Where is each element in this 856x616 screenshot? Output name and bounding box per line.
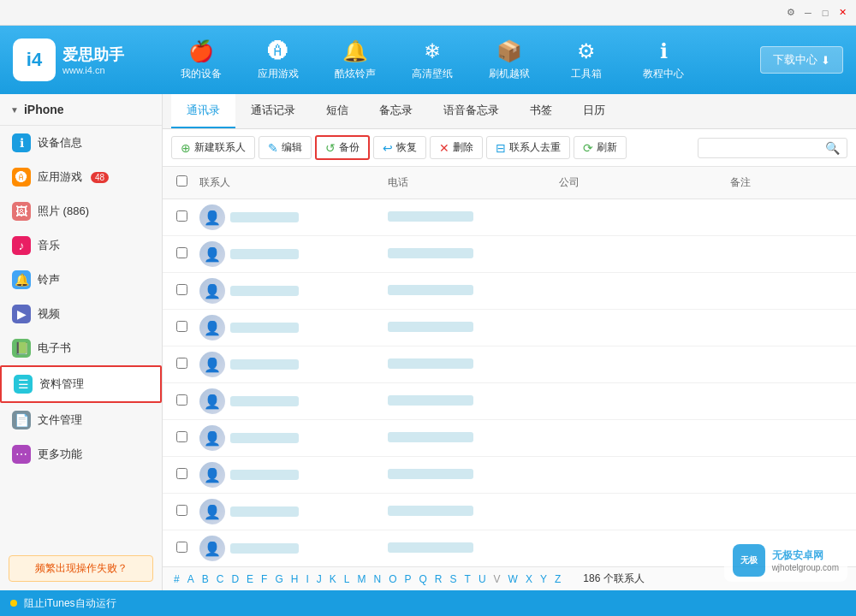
watermark-text: 无极安卓网 wjhotelgroup.com	[772, 548, 839, 572]
index-t[interactable]: T	[462, 572, 473, 586]
avatar: 👤	[199, 388, 225, 414]
export-button[interactable]: ⊟ 联系人去重	[486, 136, 570, 159]
edit-button[interactable]: ✎ 编辑	[259, 136, 312, 159]
row-checkbox[interactable]	[163, 500, 193, 524]
sidebar-item-music[interactable]: ♪ 音乐	[0, 228, 162, 263]
nav-tab-my-device[interactable]: 🍎 我的设备	[163, 26, 240, 94]
nav-tab-ringtones[interactable]: 🔔 酷炫铃声	[317, 26, 394, 94]
edit-icon: ✎	[268, 141, 278, 155]
index-n[interactable]: N	[371, 572, 383, 586]
settings-icon[interactable]: ⚙	[784, 6, 798, 20]
tab-notes[interactable]: 备忘录	[364, 94, 428, 128]
refresh-button[interactable]: ⟳ 刷新	[574, 136, 627, 159]
table-row[interactable]: 👤	[163, 236, 856, 273]
index-s[interactable]: S	[448, 572, 460, 586]
row-checkbox[interactable]	[163, 279, 193, 303]
row-checkbox[interactable]	[163, 389, 193, 413]
row-phone	[381, 390, 552, 413]
tab-sms[interactable]: 短信	[311, 94, 364, 128]
row-notes	[723, 212, 856, 222]
sidebar-item-ringtone[interactable]: 🔔 铃声	[0, 263, 162, 297]
index-l[interactable]: L	[342, 572, 353, 586]
nav-tab-tools[interactable]: ⚙ 工具箱	[548, 26, 625, 94]
select-all-checkbox[interactable]	[176, 175, 187, 187]
index-w[interactable]: W	[506, 572, 520, 586]
backup-button[interactable]: ↺ 备份	[315, 135, 370, 160]
sidebar-item-file-mgmt[interactable]: 📄 文件管理	[0, 403, 162, 437]
row-notes	[723, 323, 856, 333]
index-m[interactable]: M	[354, 572, 368, 586]
index-q[interactable]: Q	[417, 572, 430, 586]
search-box[interactable]: 🔍	[698, 138, 847, 158]
tab-calls[interactable]: 通话记录	[235, 94, 311, 128]
sidebar-item-video[interactable]: ▶ 视频	[0, 297, 162, 331]
minimize-button[interactable]: ─	[801, 6, 815, 20]
index-h[interactable]: H	[288, 572, 301, 586]
row-checkbox[interactable]	[163, 316, 193, 340]
row-phone	[381, 427, 552, 450]
table-row[interactable]: 👤	[163, 494, 856, 530]
nav-tab-wallpaper[interactable]: ❄ 高清壁纸	[394, 26, 471, 94]
index-c[interactable]: C	[214, 572, 227, 586]
ringtone-sidebar-icon: 🔔	[12, 270, 31, 289]
table-row[interactable]: 👤	[163, 199, 856, 236]
sidebar-item-data-mgmt[interactable]: ☰ 资料管理	[0, 365, 162, 403]
index-r[interactable]: R	[432, 572, 445, 586]
index-o[interactable]: O	[386, 572, 399, 586]
delete-button[interactable]: ✕ 删除	[430, 136, 483, 159]
index-x[interactable]: X	[523, 572, 535, 586]
search-input[interactable]	[705, 142, 825, 154]
table-row[interactable]: 👤	[163, 346, 856, 383]
sidebar-item-device-info[interactable]: ℹ 设备信息	[0, 126, 162, 160]
restore-button[interactable]: ↩ 恢复	[373, 136, 426, 159]
index-g[interactable]: G	[272, 572, 285, 586]
table-row[interactable]: 👤	[163, 273, 856, 310]
index-p[interactable]: P	[402, 572, 414, 586]
nav-tab-tutorial[interactable]: ℹ 教程中心	[625, 26, 702, 94]
index-u[interactable]: U	[476, 572, 489, 586]
row-checkbox[interactable]	[163, 205, 193, 229]
index-z[interactable]: Z	[552, 572, 563, 586]
table-row[interactable]: 👤	[163, 420, 856, 457]
tab-calendar[interactable]: 日历	[568, 94, 621, 128]
index-f[interactable]: F	[259, 572, 270, 586]
sidebar-item-ebook[interactable]: 📗 电子书	[0, 331, 162, 365]
phone-blur	[388, 358, 473, 369]
row-checkbox[interactable]	[163, 536, 193, 560]
row-checkbox[interactable]	[163, 352, 193, 376]
index-i[interactable]: I	[303, 572, 311, 586]
close-button[interactable]: ✕	[835, 6, 849, 20]
row-checkbox[interactable]	[163, 426, 193, 450]
index-b[interactable]: B	[199, 572, 211, 586]
row-checkbox[interactable]	[163, 463, 193, 487]
trouble-button[interactable]: 频繁出现操作失败？	[9, 555, 153, 582]
download-label: 下载中心	[773, 52, 817, 68]
index-y[interactable]: Y	[538, 572, 550, 586]
sidebar-item-photos[interactable]: 🖼 照片 (886)	[0, 194, 162, 228]
phone-blur	[388, 248, 473, 258]
tab-voice-notes[interactable]: 语音备忘录	[428, 94, 514, 128]
tab-bookmarks[interactable]: 书签	[514, 94, 568, 128]
index-e[interactable]: E	[244, 572, 256, 586]
nav-tab-jailbreak[interactable]: 📦 刷机越狱	[471, 26, 548, 94]
sidebar-item-app-games[interactable]: 🅐 应用游戏 48	[0, 160, 162, 194]
table-row[interactable]: 👤	[163, 457, 856, 494]
index-j[interactable]: J	[314, 572, 324, 586]
nav-tab-app-games[interactable]: 🅐 应用游戏	[240, 26, 317, 94]
download-button[interactable]: 下载中心 ⬇	[760, 46, 843, 74]
tab-contacts[interactable]: 通讯录	[171, 94, 235, 128]
index-hash[interactable]: #	[171, 572, 182, 586]
index-k[interactable]: K	[327, 572, 339, 586]
maximize-button[interactable]: □	[818, 6, 832, 20]
app-games-icon: 🅐	[12, 168, 31, 187]
row-checkbox[interactable]	[163, 242, 193, 266]
index-a[interactable]: A	[185, 572, 197, 586]
table-row[interactable]: 👤	[163, 383, 856, 420]
index-d[interactable]: D	[229, 572, 241, 586]
table-row[interactable]: 👤	[163, 310, 856, 346]
new-contact-button[interactable]: ⊕ 新建联系人	[171, 136, 255, 159]
row-company	[552, 286, 723, 296]
sidebar-item-more[interactable]: ⋯ 更多功能	[0, 437, 162, 471]
main-container: ▼ iPhone ℹ 设备信息 🅐 应用游戏 48 🖼 照片 (886) ♪ 音…	[0, 94, 856, 590]
row-notes	[723, 433, 856, 443]
